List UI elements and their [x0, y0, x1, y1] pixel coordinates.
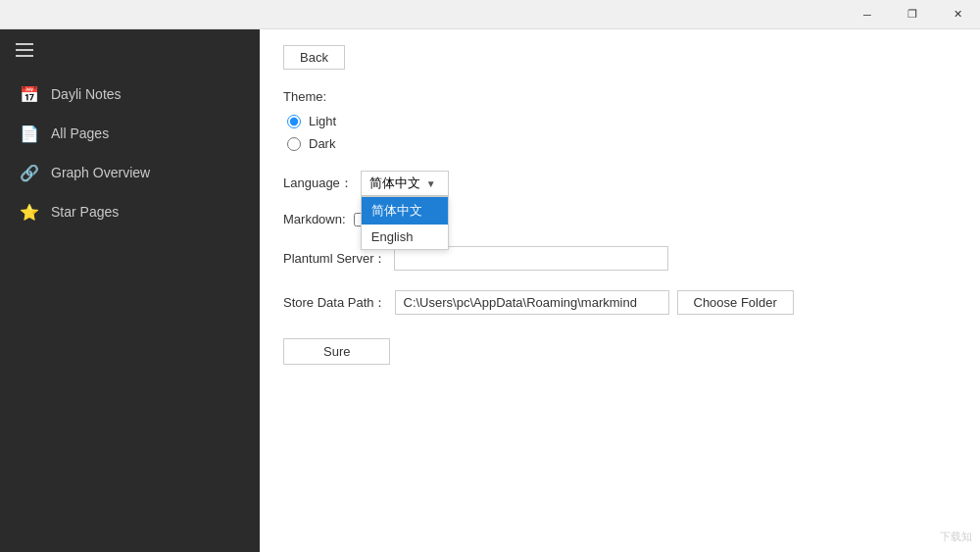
- sidebar: 📅 Dayli Notes 📄 All Pages 🔗 Graph Overvi…: [0, 29, 260, 552]
- theme-dark-option[interactable]: Dark: [287, 136, 922, 151]
- sidebar-nav: 📅 Dayli Notes 📄 All Pages 🔗 Graph Overvi…: [0, 71, 260, 235]
- language-dropdown-wrapper: 简体中文 ▼ 简体中文 English: [361, 171, 449, 196]
- markdown-label: Markdown:: [283, 212, 346, 226]
- settings-panel: Back Theme: Light Dark Language：: [260, 29, 946, 380]
- theme-dark-label: Dark: [309, 136, 335, 151]
- watermark: 下载知: [940, 529, 972, 544]
- language-label: Language：: [283, 171, 353, 192]
- star-pages-icon: ⭐: [20, 202, 39, 222]
- sure-button[interactable]: Sure: [283, 338, 390, 365]
- hamburger-button[interactable]: [0, 29, 260, 71]
- hamburger-icon: [16, 43, 33, 57]
- graph-overview-icon: 🔗: [20, 163, 39, 182]
- sidebar-item-all-pages[interactable]: 📄 All Pages: [0, 114, 260, 153]
- restore-button[interactable]: ❐: [890, 0, 935, 29]
- store-path-label: Store Data Path：: [283, 294, 387, 312]
- language-selected-value: 简体中文: [369, 175, 420, 192]
- theme-light-radio[interactable]: [287, 115, 301, 128]
- language-dropdown-trigger[interactable]: 简体中文 ▼: [361, 171, 449, 196]
- titlebar: ─ ❐ ✕: [0, 0, 980, 29]
- close-button[interactable]: ✕: [935, 0, 980, 29]
- sidebar-item-label: All Pages: [51, 125, 109, 141]
- sidebar-item-graph-overview[interactable]: 🔗 Graph Overview: [0, 153, 260, 192]
- language-section: Language： 简体中文 ▼ 简体中文 English: [283, 171, 922, 196]
- minimize-button[interactable]: ─: [845, 0, 890, 29]
- store-path-section: Store Data Path： Choose Folder: [283, 290, 922, 315]
- theme-section: Theme: Light Dark: [283, 89, 922, 151]
- titlebar-controls: ─ ❐ ✕: [845, 0, 980, 28]
- language-option-en[interactable]: English: [362, 225, 448, 249]
- choose-folder-button[interactable]: Choose Folder: [677, 290, 794, 315]
- theme-dark-radio[interactable]: [287, 137, 301, 151]
- content-area: Back Theme: Light Dark Language：: [260, 29, 980, 552]
- language-option-zh[interactable]: 简体中文: [362, 197, 448, 225]
- theme-label: Theme:: [283, 89, 922, 104]
- sidebar-item-label: Star Pages: [51, 204, 119, 220]
- sidebar-item-label: Graph Overview: [51, 165, 150, 180]
- theme-light-label: Light: [309, 114, 336, 128]
- sidebar-item-star-pages[interactable]: ⭐ Star Pages: [0, 192, 260, 231]
- sidebar-item-label: Dayli Notes: [51, 86, 122, 102]
- back-button[interactable]: Back: [283, 45, 345, 70]
- dayli-notes-icon: 📅: [20, 84, 39, 104]
- theme-radio-group: Light Dark: [287, 114, 922, 151]
- all-pages-icon: 📄: [20, 124, 39, 143]
- main-layout: 📅 Dayli Notes 📄 All Pages 🔗 Graph Overvi…: [0, 29, 980, 552]
- language-dropdown-arrow: ▼: [426, 178, 436, 189]
- theme-light-option[interactable]: Light: [287, 114, 922, 128]
- store-path-input[interactable]: [395, 290, 669, 315]
- language-dropdown-popup: 简体中文 English: [361, 196, 449, 250]
- sidebar-item-dayli-notes[interactable]: 📅 Dayli Notes: [0, 75, 260, 114]
- plantuml-label: Plantuml Server：: [283, 250, 386, 268]
